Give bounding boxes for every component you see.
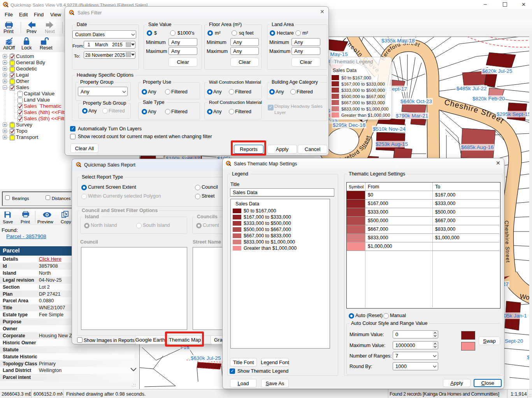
svg-text:Wo: Wo (519, 293, 530, 301)
